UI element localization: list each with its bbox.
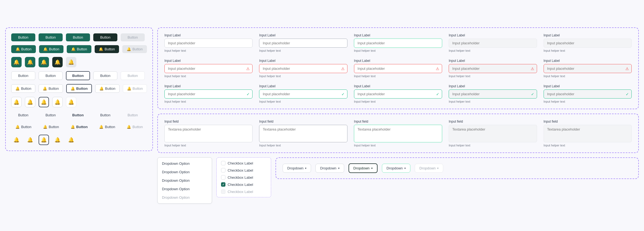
button-ghost-icon-active[interactable]: 🔔 Button bbox=[66, 123, 92, 131]
dropdown-btn-3[interactable]: Dropdown ▾ bbox=[349, 163, 378, 173]
button-outline-icon-1[interactable]: 🔔 Button bbox=[11, 84, 35, 93]
input-group-success-disabled: Input Label ✓ Input helper text bbox=[449, 84, 537, 103]
input-error-2[interactable] bbox=[259, 64, 347, 73]
button-filled-icon-dark-1[interactable]: 🔔 Button bbox=[95, 45, 119, 53]
checkbox-box-1[interactable] bbox=[221, 161, 225, 165]
textarea-helper: Input helper text bbox=[544, 144, 632, 147]
input-helper: Input helper text bbox=[354, 74, 442, 78]
bell-icon: 🔔 bbox=[127, 47, 131, 51]
button-outline-icon-2[interactable]: 🔔 Button bbox=[39, 84, 63, 93]
input-default-1[interactable] bbox=[164, 39, 253, 48]
bell-icon: 🔔 bbox=[71, 125, 75, 129]
success-icon: ✓ bbox=[531, 92, 534, 96]
bottom-container: Input field Input helper text Input fiel… bbox=[157, 114, 639, 204]
button-outline-1[interactable]: Button bbox=[11, 71, 35, 80]
dropdown-option-3[interactable]: Dropdown Option bbox=[158, 176, 212, 185]
checkbox-item-2[interactable]: Checkbox Label bbox=[221, 168, 266, 172]
icon-btn-teal-2[interactable]: 🔔 bbox=[25, 57, 35, 67]
input-wrapper: ⚠ bbox=[544, 64, 632, 73]
input-success-3[interactable] bbox=[354, 89, 442, 99]
btn-row-icon-ghost: 🔔 🔔 🔔 🔔 🔔 bbox=[11, 135, 147, 145]
dropdown-btn-2[interactable]: Dropdown ▾ bbox=[315, 164, 344, 173]
textarea-default[interactable] bbox=[164, 125, 253, 142]
input-label: Input Label bbox=[164, 33, 253, 37]
checkbox-box-2[interactable] bbox=[221, 168, 225, 172]
input-group-default-1: Input Label Input helper text bbox=[164, 33, 253, 52]
input-success-1[interactable] bbox=[164, 89, 253, 99]
bell-icon: 🔔 bbox=[127, 86, 131, 91]
icon-btn-ghost-2[interactable]: 🔔 bbox=[25, 135, 35, 145]
input-wrapper bbox=[259, 39, 347, 48]
checkbox-box-4[interactable]: ✓ bbox=[221, 182, 225, 187]
icon-btn-ghost-4[interactable]: 🔔 bbox=[52, 135, 63, 145]
button-ghost-2[interactable]: Button bbox=[39, 111, 63, 119]
dropdown-option-2[interactable]: Dropdown Option bbox=[158, 168, 212, 176]
bell-icon: 🔔 bbox=[13, 59, 19, 65]
input-error-3[interactable] bbox=[354, 64, 442, 73]
input-error-1[interactable] bbox=[164, 64, 253, 73]
button-filled-icon-teal-1[interactable]: 🔔 Button bbox=[11, 45, 36, 53]
checkbox-box-3[interactable] bbox=[221, 175, 225, 180]
input-group-readonly-1: Input Label Input helper text bbox=[544, 33, 632, 52]
input-helper: Input helper text bbox=[354, 100, 442, 103]
button-ghost-disabled-1: Button bbox=[121, 111, 145, 119]
button-ghost-4[interactable]: Button bbox=[93, 111, 117, 119]
error-icon: ⚠ bbox=[246, 67, 250, 71]
input-helper: Input helper text bbox=[164, 74, 253, 78]
input-focused-1[interactable] bbox=[354, 39, 442, 48]
bell-icon: 🔔 bbox=[43, 125, 47, 129]
checkmark-icon: ✓ bbox=[222, 183, 225, 186]
button-filled-teal-3[interactable]: Button bbox=[66, 33, 90, 41]
button-outline-icon-4[interactable]: 🔔 Button bbox=[95, 84, 119, 93]
button-filled-teal-1[interactable]: Button bbox=[11, 33, 35, 41]
checkbox-item-3[interactable]: Checkbox Label bbox=[221, 175, 266, 180]
bell-icon: 🔔 bbox=[41, 99, 47, 105]
button-filled-teal-2[interactable]: Button bbox=[39, 33, 63, 41]
input-hover-1[interactable] bbox=[259, 39, 347, 48]
checkbox-item-4-checked[interactable]: ✓ Checkbox Label bbox=[221, 182, 266, 187]
button-ghost-icon-1[interactable]: 🔔 Button bbox=[11, 123, 36, 131]
button-ghost-icon-4[interactable]: 🔔 Button bbox=[95, 123, 119, 131]
dropdown-btn-1[interactable]: Dropdown ▾ bbox=[283, 164, 311, 173]
icon-btn-teal-1[interactable]: 🔔 bbox=[11, 57, 22, 67]
inputs-row-success: Input Label ✓ Input helper text Input La… bbox=[164, 84, 632, 103]
icon-btn-dark-1[interactable]: 🔔 bbox=[52, 57, 63, 67]
button-ghost-icon-disabled-1: 🔔 Button bbox=[123, 123, 147, 131]
button-ghost-active[interactable]: Button bbox=[66, 111, 90, 119]
input-helper: Input helper text bbox=[449, 100, 537, 103]
input-label: Input Label bbox=[164, 59, 253, 63]
button-outline-active[interactable]: Button bbox=[66, 71, 90, 80]
input-label: Input Label bbox=[354, 33, 442, 37]
dropdown-option-4[interactable]: Dropdown Option bbox=[158, 185, 212, 193]
button-filled-icon-teal-3[interactable]: 🔔 Button bbox=[67, 45, 91, 53]
icon-btn-outline-2[interactable]: 🔔 bbox=[25, 97, 35, 107]
textarea-focused[interactable] bbox=[354, 125, 442, 142]
button-outline-icon-active[interactable]: 🔔 Button bbox=[66, 84, 92, 93]
bell-icon: 🔔 bbox=[127, 125, 131, 129]
button-ghost-1[interactable]: Button bbox=[11, 111, 35, 119]
dropdown-btn-4[interactable]: Dropdown ▾ bbox=[382, 164, 410, 173]
icon-btn-ghost-1[interactable]: 🔔 bbox=[11, 135, 22, 145]
button-outline-4[interactable]: Button bbox=[93, 71, 117, 80]
icon-btn-ghost-active[interactable]: 🔔 bbox=[39, 135, 49, 145]
btn-row-filled: Button Button Button Button Button bbox=[11, 33, 147, 41]
dropdown-buttons-panel: Dropdown ▾ Dropdown ▾ Dropdown ▾ Dropd bbox=[275, 157, 639, 179]
dropdown-option-1[interactable]: Dropdown Option bbox=[158, 159, 212, 168]
checkbox-box-5 bbox=[221, 189, 225, 194]
input-success-2[interactable] bbox=[259, 89, 347, 99]
icon-btn-outline-4[interactable]: 🔔 bbox=[52, 97, 63, 107]
button-filled-dark-1[interactable]: Button bbox=[93, 33, 117, 41]
button-ghost-icon-2[interactable]: 🔔 Button bbox=[39, 123, 63, 131]
input-group-success-2: Input Label ✓ Input helper text bbox=[259, 84, 347, 103]
input-wrapper bbox=[164, 39, 253, 48]
icon-btn-outline-active[interactable]: 🔔 bbox=[39, 97, 49, 107]
textarea-hover[interactable] bbox=[259, 125, 347, 142]
input-success-disabled bbox=[449, 89, 537, 99]
button-outline-2[interactable]: Button bbox=[39, 71, 63, 80]
button-filled-icon-teal-2[interactable]: 🔔 Button bbox=[39, 45, 64, 53]
icon-btn-teal-3[interactable]: 🔔 bbox=[39, 57, 49, 67]
checkbox-item-1[interactable]: Checkbox Label bbox=[221, 161, 266, 165]
icon-btn-outline-1[interactable]: 🔔 bbox=[11, 97, 22, 107]
input-label: Input Label bbox=[164, 84, 253, 88]
input-label: Input Label bbox=[544, 33, 632, 37]
